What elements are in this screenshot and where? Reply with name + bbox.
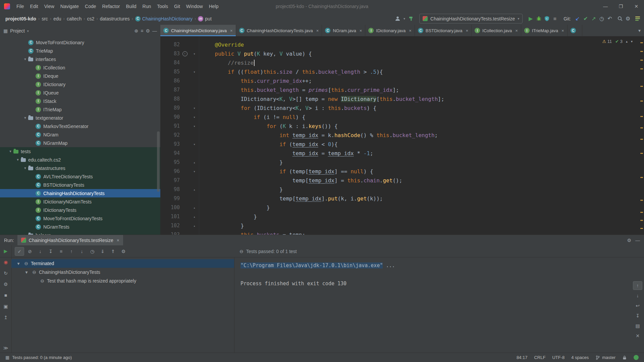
settings-icon[interactable]: ⚙ [624,15,632,23]
collaborators-icon[interactable] [393,15,401,23]
breadcrumb-item[interactable]: caltech [67,16,82,21]
code-editor[interactable]: 82 @Override83↑▾ public V put(K key, V v… [160,36,644,235]
project-tree-item[interactable]: CNGramTests [0,223,160,231]
test-tree-item[interactable]: ⊖Test that hash map is resized appropria… [11,277,234,285]
hide-panel-icon[interactable]: — [635,238,640,243]
project-tree-item[interactable]: ▾datastructures [0,164,160,172]
breadcrumb-item[interactable]: CChainingHashDictionary [135,16,193,21]
console-output[interactable]: "C:\Program Files\Java\jdk-17.0.1\bin\ja… [234,257,644,353]
menu-help[interactable]: Help [206,0,222,12]
project-tree-item[interactable]: CMoveToFrontDictionary [0,38,160,47]
move-down-icon[interactable]: ↓ [633,291,642,300]
history-icon[interactable]: ◷ [598,15,606,23]
inspections-widget[interactable]: ⚠ 11 ✔ 3 ▴ ▾ [602,39,633,44]
project-tree-item[interactable]: CAVLTreeDictionaryTests [0,172,160,181]
run-icon[interactable]: ▶ [527,15,535,23]
close-icon[interactable]: × [117,238,119,243]
test-tree-item[interactable]: ▾⊖ChainingHashDictionaryTests [11,268,234,277]
hide-panel-icon[interactable]: — [152,28,157,34]
chevron-icon[interactable]: ▾ [15,261,21,266]
menu-window[interactable]: Window [183,0,206,12]
editor-tab[interactable]: IIDictionary.java× [365,25,415,36]
file-encoding[interactable]: UTF-8 [552,355,565,360]
show-passed-icon[interactable]: ✓ [15,247,24,256]
editor-tab[interactable]: CNGram.java× [322,25,365,36]
project-tree-item[interactable]: IITrieMap [0,105,160,114]
breadcrumb-item[interactable]: project05-kdo [5,16,36,21]
chevron-icon[interactable]: ▾ [22,57,28,61]
project-tree-item[interactable]: CChainingHashDictionaryTests [0,189,160,197]
memory-indicator-icon[interactable] [635,16,640,21]
clear-all-icon[interactable]: ✕ [633,331,642,340]
chevron-icon[interactable]: ▾ [7,149,13,154]
chevron-icon[interactable]: ▾ [23,269,30,275]
menu-code[interactable]: Code [82,0,99,12]
fold-icon[interactable]: ▴ [190,203,199,212]
menu-tools[interactable]: Tools [154,0,171,12]
project-tree-item[interactable]: ▸helpers [0,231,160,235]
expand-all-icon[interactable]: ≡ [56,247,66,256]
editor-tab[interactable]: IITrieMap.java× [521,25,568,36]
chevron-icon[interactable]: ▾ [22,116,28,120]
snapshot-icon[interactable]: ▣ [2,303,9,310]
menu-refactor[interactable]: Refactor [99,0,123,12]
fold-icon[interactable]: ▴ [190,158,199,167]
move-up-icon[interactable]: ↑ [633,281,642,290]
project-tree-item[interactable]: CBSTDictionaryTests [0,181,160,189]
project-tree-item[interactable]: ▾tests [0,147,160,156]
lock-icon[interactable] [622,355,627,360]
fold-icon[interactable]: ▾ [190,140,199,149]
menu-file[interactable]: File [13,0,27,12]
fold-icon[interactable]: ▾ [190,122,199,131]
build-hammer-icon[interactable] [407,15,415,23]
status-icon[interactable]: ▦ [5,355,9,360]
project-panel-title[interactable]: Project [10,28,25,34]
chevron-down-icon[interactable]: ▾ [631,40,633,43]
project-tree-scrollbar[interactable] [157,131,160,192]
project-tree-item[interactable]: IIDictionaryNGramTests [0,197,160,206]
project-tree-item[interactable]: CNGram [0,130,160,139]
warning-stripe-mark[interactable] [640,51,643,52]
previous-failed-test-icon[interactable]: ↑ [67,247,76,256]
print-icon[interactable]: ▤ [633,321,642,330]
next-failed-test-icon[interactable]: ↓ [77,247,87,256]
breadcrumb-item[interactable]: src [42,16,48,21]
warning-stripe-mark[interactable] [640,139,643,140]
project-tree-item[interactable]: ▾textgenerator [0,114,160,122]
chevron-down-icon[interactable]: ▾ [27,29,29,33]
warning-stripe-mark[interactable] [640,127,643,128]
chevron-icon[interactable]: ▾ [22,166,28,170]
override-icon[interactable]: ↑ [182,51,187,56]
collapse-toolwindows-icon[interactable]: ≫ [2,345,9,351]
project-tree-item[interactable]: CMoveToFrontDictionaryTests [0,214,160,223]
git-branch[interactable]: master [595,355,615,360]
export-test-results-icon[interactable]: ⇑ [108,247,118,256]
test-history-icon[interactable]: ◷ [88,247,97,256]
project-tree-item[interactable]: IIDictionaryTests [0,206,160,214]
fold-icon[interactable]: ▾ [190,113,199,122]
project-tree-item[interactable]: IIDictionary [0,80,160,88]
warning-stripe-mark[interactable] [640,101,643,102]
fold-icon[interactable]: ▾ [190,167,199,176]
close-icon[interactable]: × [561,28,564,33]
collapse-all-icon[interactable]: ≡ [141,28,143,34]
sort-by-duration-icon[interactable]: ↧ [46,247,55,256]
close-icon[interactable]: × [316,28,319,33]
show-ignored-icon[interactable]: ⊘ [25,247,35,256]
stop-icon[interactable]: ■ [2,292,9,299]
rerun-icon[interactable]: ▶ [2,248,9,254]
warning-stripe-mark[interactable] [640,228,643,229]
git-update-icon[interactable]: ↙ [574,15,582,23]
menu-build[interactable]: Build [123,0,139,12]
git-push-icon[interactable]: ↗ [590,15,598,23]
export-icon[interactable]: ↥ [2,314,9,321]
close-button[interactable]: ✕ [629,0,644,12]
fold-icon[interactable]: ▴ [190,212,199,221]
close-icon[interactable]: × [409,28,412,33]
close-icon[interactable]: × [515,28,518,33]
indent-setting[interactable]: 4 spaces [571,355,589,360]
warning-stripe-mark[interactable] [640,86,643,87]
warning-stripe-mark[interactable] [640,116,643,117]
project-tree-item[interactable]: CNGramMap [0,139,160,147]
maximize-button[interactable]: ❐ [613,0,629,12]
